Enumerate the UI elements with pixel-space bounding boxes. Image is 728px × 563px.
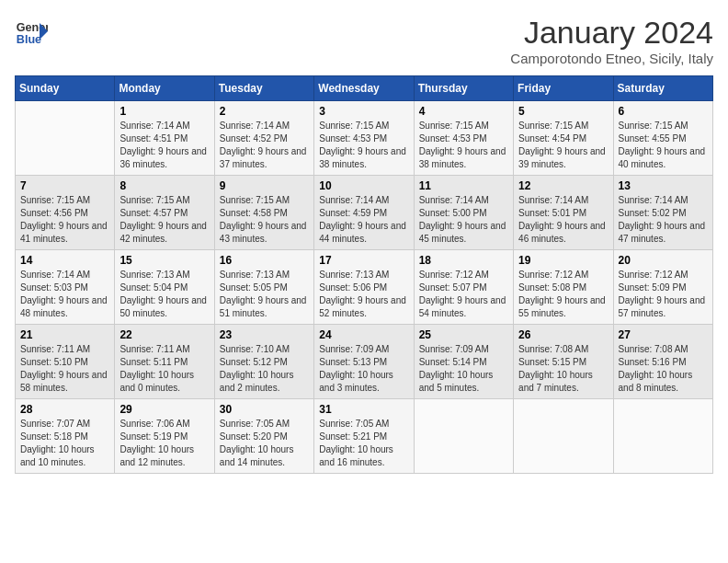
day-number: 11 <box>419 179 508 192</box>
header-wednesday: Wednesday <box>314 76 414 101</box>
day-number: 17 <box>319 254 408 267</box>
day-cell: 6Sunrise: 7:15 AMSunset: 4:55 PMDaylight… <box>613 101 712 176</box>
day-number: 23 <box>220 328 309 341</box>
day-info: Sunrise: 7:15 AMSunset: 4:56 PMDaylight:… <box>20 194 109 246</box>
header-saturday: Saturday <box>613 76 712 101</box>
day-cell: 18Sunrise: 7:12 AMSunset: 5:07 PMDayligh… <box>414 250 513 325</box>
day-cell: 17Sunrise: 7:13 AMSunset: 5:06 PMDayligh… <box>314 250 414 325</box>
day-info: Sunrise: 7:15 AMSunset: 4:58 PMDaylight:… <box>220 194 309 246</box>
day-info: Sunrise: 7:14 AMSunset: 5:03 PMDaylight:… <box>20 269 109 320</box>
day-info: Sunrise: 7:14 AMSunset: 5:00 PMDaylight:… <box>419 194 508 246</box>
calendar-table: SundayMondayTuesdayWednesdayThursdayFrid… <box>15 75 713 474</box>
day-number: 9 <box>220 179 309 192</box>
day-cell: 25Sunrise: 7:09 AMSunset: 5:14 PMDayligh… <box>414 325 513 399</box>
day-cell: 11Sunrise: 7:14 AMSunset: 5:00 PMDayligh… <box>414 176 513 250</box>
day-number: 16 <box>220 254 309 267</box>
day-cell: 9Sunrise: 7:15 AMSunset: 4:58 PMDaylight… <box>214 176 313 250</box>
day-info: Sunrise: 7:07 AMSunset: 5:18 PMDaylight:… <box>20 418 109 469</box>
day-cell: 28Sunrise: 7:07 AMSunset: 5:18 PMDayligh… <box>16 399 115 474</box>
day-cell: 7Sunrise: 7:15 AMSunset: 4:56 PMDaylight… <box>16 176 115 250</box>
week-row-4: 28Sunrise: 7:07 AMSunset: 5:18 PMDayligh… <box>16 399 713 474</box>
day-info: Sunrise: 7:11 AMSunset: 5:11 PMDaylight:… <box>119 343 209 395</box>
calendar-header: SundayMondayTuesdayWednesdayThursdayFrid… <box>16 76 713 101</box>
week-row-0: 1Sunrise: 7:14 AMSunset: 4:51 PMDaylight… <box>16 101 713 176</box>
day-cell <box>16 101 115 176</box>
day-cell: 15Sunrise: 7:13 AMSunset: 5:04 PMDayligh… <box>115 250 214 325</box>
header-sunday: Sunday <box>16 76 115 101</box>
calendar-body: 1Sunrise: 7:14 AMSunset: 4:51 PMDaylight… <box>16 101 713 474</box>
day-info: Sunrise: 7:11 AMSunset: 5:10 PMDaylight:… <box>20 343 109 395</box>
day-info: Sunrise: 7:15 AMSunset: 4:53 PMDaylight:… <box>419 120 508 171</box>
day-number: 8 <box>119 179 209 192</box>
week-row-2: 14Sunrise: 7:14 AMSunset: 5:03 PMDayligh… <box>16 250 713 325</box>
day-number: 12 <box>518 179 608 192</box>
day-number: 14 <box>20 254 109 267</box>
day-cell: 20Sunrise: 7:12 AMSunset: 5:09 PMDayligh… <box>613 250 712 325</box>
day-cell <box>613 399 712 474</box>
day-info: Sunrise: 7:09 AMSunset: 5:13 PMDaylight:… <box>319 343 408 395</box>
svg-text:Blue: Blue <box>17 33 41 46</box>
calendar-subtitle: Camporotondo Etneo, Sicily, Italy <box>510 51 713 66</box>
week-row-3: 21Sunrise: 7:11 AMSunset: 5:10 PMDayligh… <box>16 325 713 399</box>
day-info: Sunrise: 7:14 AMSunset: 4:59 PMDaylight:… <box>319 194 408 246</box>
day-cell: 12Sunrise: 7:14 AMSunset: 5:01 PMDayligh… <box>514 176 613 250</box>
day-info: Sunrise: 7:14 AMSunset: 4:52 PMDaylight:… <box>220 120 309 171</box>
header-thursday: Thursday <box>414 76 513 101</box>
day-number: 15 <box>119 254 209 267</box>
day-info: Sunrise: 7:12 AMSunset: 5:09 PMDaylight:… <box>619 269 708 320</box>
day-info: Sunrise: 7:12 AMSunset: 5:07 PMDaylight:… <box>419 269 508 320</box>
day-cell: 23Sunrise: 7:10 AMSunset: 5:12 PMDayligh… <box>214 325 313 399</box>
day-number: 5 <box>518 105 608 118</box>
day-cell: 21Sunrise: 7:11 AMSunset: 5:10 PMDayligh… <box>16 325 115 399</box>
day-info: Sunrise: 7:13 AMSunset: 5:06 PMDaylight:… <box>319 269 408 320</box>
day-cell: 26Sunrise: 7:08 AMSunset: 5:15 PMDayligh… <box>514 325 613 399</box>
day-number: 21 <box>20 328 109 341</box>
title-area: January 2024 Camporotondo Etneo, Sicily,… <box>510 15 713 66</box>
day-cell: 13Sunrise: 7:14 AMSunset: 5:02 PMDayligh… <box>613 176 712 250</box>
day-cell: 19Sunrise: 7:12 AMSunset: 5:08 PMDayligh… <box>514 250 613 325</box>
day-number: 22 <box>119 328 209 341</box>
logo-icon: General Blue <box>15 15 48 48</box>
week-row-1: 7Sunrise: 7:15 AMSunset: 4:56 PMDaylight… <box>16 176 713 250</box>
day-info: Sunrise: 7:06 AMSunset: 5:19 PMDaylight:… <box>119 418 209 469</box>
day-number: 31 <box>319 403 408 416</box>
day-cell: 30Sunrise: 7:05 AMSunset: 5:20 PMDayligh… <box>214 399 313 474</box>
day-number: 13 <box>619 179 708 192</box>
calendar-title: January 2024 <box>510 15 713 51</box>
day-cell: 16Sunrise: 7:13 AMSunset: 5:05 PMDayligh… <box>214 250 313 325</box>
day-info: Sunrise: 7:14 AMSunset: 5:02 PMDaylight:… <box>619 194 708 246</box>
day-number: 6 <box>619 105 708 118</box>
day-info: Sunrise: 7:12 AMSunset: 5:08 PMDaylight:… <box>518 269 608 320</box>
day-cell: 27Sunrise: 7:08 AMSunset: 5:16 PMDayligh… <box>613 325 712 399</box>
day-info: Sunrise: 7:14 AMSunset: 4:51 PMDaylight:… <box>119 120 209 171</box>
day-number: 30 <box>220 403 309 416</box>
day-number: 25 <box>419 328 508 341</box>
day-number: 20 <box>619 254 708 267</box>
day-cell: 14Sunrise: 7:14 AMSunset: 5:03 PMDayligh… <box>16 250 115 325</box>
header: General Blue January 2024 Camporotondo E… <box>15 15 713 66</box>
day-number: 2 <box>220 105 309 118</box>
day-cell: 4Sunrise: 7:15 AMSunset: 4:53 PMDaylight… <box>414 101 513 176</box>
day-info: Sunrise: 7:05 AMSunset: 5:21 PMDaylight:… <box>319 418 408 469</box>
day-number: 18 <box>419 254 508 267</box>
day-number: 24 <box>319 328 408 341</box>
day-cell <box>414 399 513 474</box>
day-number: 10 <box>319 179 408 192</box>
day-info: Sunrise: 7:08 AMSunset: 5:15 PMDaylight:… <box>518 343 608 395</box>
day-number: 7 <box>20 179 109 192</box>
day-info: Sunrise: 7:08 AMSunset: 5:16 PMDaylight:… <box>619 343 708 395</box>
day-info: Sunrise: 7:13 AMSunset: 5:05 PMDaylight:… <box>220 269 309 320</box>
day-number: 27 <box>619 328 708 341</box>
day-info: Sunrise: 7:15 AMSunset: 4:57 PMDaylight:… <box>119 194 209 246</box>
day-number: 26 <box>518 328 608 341</box>
header-friday: Friday <box>514 76 613 101</box>
day-cell: 8Sunrise: 7:15 AMSunset: 4:57 PMDaylight… <box>115 176 214 250</box>
day-number: 19 <box>518 254 608 267</box>
logo: General Blue <box>15 15 48 48</box>
day-info: Sunrise: 7:10 AMSunset: 5:12 PMDaylight:… <box>220 343 309 395</box>
day-info: Sunrise: 7:05 AMSunset: 5:20 PMDaylight:… <box>220 418 309 469</box>
day-cell: 3Sunrise: 7:15 AMSunset: 4:53 PMDaylight… <box>314 101 414 176</box>
day-cell: 29Sunrise: 7:06 AMSunset: 5:19 PMDayligh… <box>115 399 214 474</box>
day-cell <box>514 399 613 474</box>
header-row: SundayMondayTuesdayWednesdayThursdayFrid… <box>16 76 713 101</box>
